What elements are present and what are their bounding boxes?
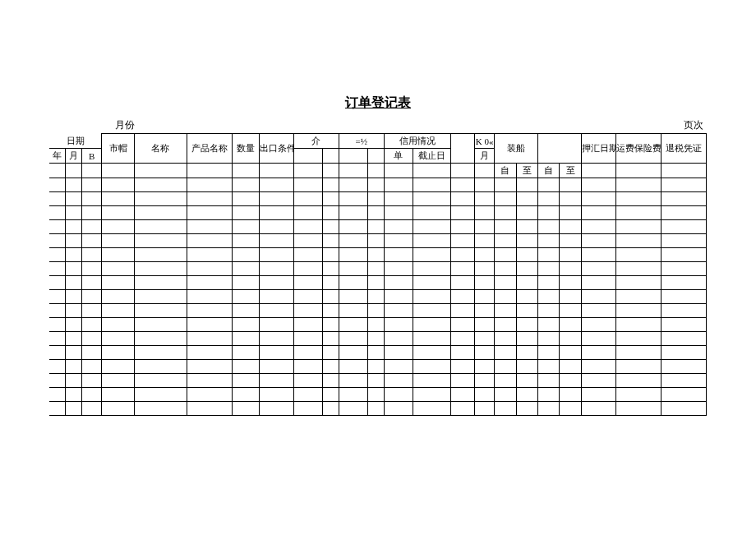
cell xyxy=(538,220,560,234)
c16 xyxy=(474,164,494,178)
cell xyxy=(293,318,322,332)
cell xyxy=(413,304,451,318)
cell xyxy=(474,248,494,262)
cell xyxy=(339,374,367,388)
cell xyxy=(538,402,560,416)
cell xyxy=(474,234,494,248)
cell xyxy=(384,346,413,360)
cell xyxy=(339,402,367,416)
cell xyxy=(339,220,367,234)
cell xyxy=(538,346,560,360)
cell xyxy=(661,276,706,290)
cell xyxy=(259,332,293,346)
cell xyxy=(451,178,475,192)
cell xyxy=(66,332,82,346)
cell xyxy=(451,402,475,416)
cell xyxy=(134,178,187,192)
cell xyxy=(259,234,293,248)
cell xyxy=(495,388,516,402)
cell xyxy=(49,388,66,402)
cell xyxy=(413,234,451,248)
cell xyxy=(538,248,560,262)
cell xyxy=(538,290,560,304)
cell xyxy=(339,388,367,402)
col-freight: 运费保险费 xyxy=(615,134,661,164)
col-jiezhi: 截止日 xyxy=(413,149,451,164)
cell xyxy=(293,178,322,192)
cell xyxy=(560,290,581,304)
cell xyxy=(451,262,475,276)
cell xyxy=(560,374,581,388)
cell xyxy=(560,346,581,360)
cell xyxy=(66,262,82,276)
cell xyxy=(474,304,494,318)
cell xyxy=(538,388,560,402)
table-row xyxy=(49,276,707,290)
cell xyxy=(368,206,385,220)
cell xyxy=(413,276,451,290)
c9 xyxy=(293,164,322,178)
cell xyxy=(538,374,560,388)
cell xyxy=(615,346,661,360)
cell xyxy=(82,388,102,402)
cell xyxy=(232,318,259,332)
cell xyxy=(368,192,385,206)
cell xyxy=(661,178,706,192)
cell xyxy=(581,248,615,262)
cell xyxy=(384,234,413,248)
cell xyxy=(413,220,451,234)
cell xyxy=(49,248,66,262)
cell xyxy=(560,332,581,346)
cell xyxy=(413,388,451,402)
cell xyxy=(474,206,494,220)
cell xyxy=(187,318,232,332)
cell xyxy=(82,290,102,304)
cell xyxy=(495,262,516,276)
cell xyxy=(102,374,135,388)
cell xyxy=(134,248,187,262)
col-b-b xyxy=(82,164,102,178)
cell xyxy=(495,332,516,346)
cell xyxy=(293,402,322,416)
cell xyxy=(49,234,66,248)
cell xyxy=(232,304,259,318)
cell xyxy=(661,360,706,374)
cell xyxy=(413,248,451,262)
cell xyxy=(661,206,706,220)
table-row xyxy=(49,304,707,318)
cell xyxy=(102,248,135,262)
table-body xyxy=(49,178,707,416)
cell xyxy=(581,234,615,248)
cell xyxy=(339,346,367,360)
cell xyxy=(293,276,322,290)
cell xyxy=(661,318,706,332)
cell xyxy=(581,206,615,220)
cell xyxy=(259,360,293,374)
cell xyxy=(134,220,187,234)
col-zi2: 自 xyxy=(538,164,560,178)
table-row xyxy=(49,262,707,276)
col-jie-sub2 xyxy=(323,149,339,164)
cell xyxy=(581,318,615,332)
col-jie: 介 xyxy=(293,134,339,149)
cell xyxy=(495,192,516,206)
cell xyxy=(82,220,102,234)
cell xyxy=(293,332,322,346)
cell xyxy=(413,402,451,416)
cell xyxy=(661,388,706,402)
cell xyxy=(259,220,293,234)
cell xyxy=(66,234,82,248)
cell xyxy=(384,192,413,206)
cell xyxy=(293,374,322,388)
cell xyxy=(560,234,581,248)
c12 xyxy=(368,164,385,178)
cell xyxy=(516,206,537,220)
col-month: 月 xyxy=(66,149,82,164)
cell xyxy=(661,248,706,262)
cell xyxy=(581,360,615,374)
cell xyxy=(82,248,102,262)
cell xyxy=(187,304,232,318)
cell xyxy=(615,332,661,346)
c23 xyxy=(661,164,706,178)
cell xyxy=(339,178,367,192)
